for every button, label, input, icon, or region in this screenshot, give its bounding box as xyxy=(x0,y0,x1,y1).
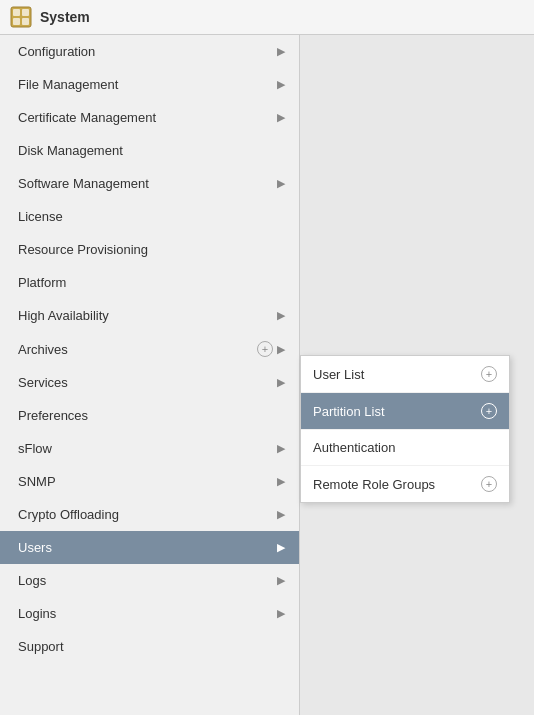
menu-item-icons-configuration: ▶ xyxy=(277,45,285,58)
menu-item-label-disk-management: Disk Management xyxy=(18,143,285,158)
menu-item-icons-sflow: ▶ xyxy=(277,442,285,455)
menu-item-logs[interactable]: Logs▶ xyxy=(0,564,299,597)
menu-item-archives[interactable]: Archives+▶ xyxy=(0,332,299,366)
menu-item-snmp[interactable]: SNMP▶ xyxy=(0,465,299,498)
header: System xyxy=(0,0,534,35)
submenu-item-partition-list[interactable]: Partition List+ xyxy=(301,393,509,430)
menu-item-icons-logins: ▶ xyxy=(277,607,285,620)
menu-item-logins[interactable]: Logins▶ xyxy=(0,597,299,630)
menu-item-label-high-availability: High Availability xyxy=(18,308,277,323)
submenu-item-label-user-list: User List xyxy=(313,367,481,382)
menu-item-label-archives: Archives xyxy=(18,342,257,357)
plus-icon-submenu-remote-role-groups[interactable]: + xyxy=(481,476,497,492)
submenu-item-label-remote-role-groups: Remote Role Groups xyxy=(313,477,481,492)
menu-item-label-services: Services xyxy=(18,375,277,390)
menu-item-label-logs: Logs xyxy=(18,573,277,588)
system-icon xyxy=(10,6,32,28)
submenu-item-user-list[interactable]: User List+ xyxy=(301,356,509,393)
menu-item-label-configuration: Configuration xyxy=(18,44,277,59)
menu-item-label-software-management: Software Management xyxy=(18,176,277,191)
submenu-item-label-partition-list: Partition List xyxy=(313,404,481,419)
arrow-icon-certificate-management: ▶ xyxy=(277,111,285,124)
menu-item-icons-services: ▶ xyxy=(277,376,285,389)
arrow-icon-users: ▶ xyxy=(277,541,285,554)
menu-item-software-management[interactable]: Software Management▶ xyxy=(0,167,299,200)
primary-menu: Configuration▶File Management▶Certificat… xyxy=(0,35,300,715)
arrow-icon-snmp: ▶ xyxy=(277,475,285,488)
submenu-item-remote-role-groups[interactable]: Remote Role Groups+ xyxy=(301,466,509,502)
menu-item-license[interactable]: License xyxy=(0,200,299,233)
menu-item-file-management[interactable]: File Management▶ xyxy=(0,68,299,101)
menu-item-label-snmp: SNMP xyxy=(18,474,277,489)
menu-item-icons-crypto-offloading: ▶ xyxy=(277,508,285,521)
arrow-icon-software-management: ▶ xyxy=(277,177,285,190)
svg-rect-1 xyxy=(13,9,20,16)
arrow-icon-high-availability: ▶ xyxy=(277,309,285,322)
menu-item-icons-certificate-management: ▶ xyxy=(277,111,285,124)
menu-item-disk-management[interactable]: Disk Management xyxy=(0,134,299,167)
svg-rect-3 xyxy=(13,18,20,25)
submenu-item-authentication[interactable]: Authentication xyxy=(301,430,509,466)
plus-icon-submenu-user-list[interactable]: + xyxy=(481,366,497,382)
menu-item-label-crypto-offloading: Crypto Offloading xyxy=(18,507,277,522)
menu-item-label-logins: Logins xyxy=(18,606,277,621)
menu-item-label-license: License xyxy=(18,209,285,224)
menu-item-resource-provisioning[interactable]: Resource Provisioning xyxy=(0,233,299,266)
menu-item-sflow[interactable]: sFlow▶ xyxy=(0,432,299,465)
arrow-icon-services: ▶ xyxy=(277,376,285,389)
arrow-icon-configuration: ▶ xyxy=(277,45,285,58)
menu-item-icons-logs: ▶ xyxy=(277,574,285,587)
menu-item-crypto-offloading[interactable]: Crypto Offloading▶ xyxy=(0,498,299,531)
arrow-icon-sflow: ▶ xyxy=(277,442,285,455)
menu-item-users[interactable]: Users▶ xyxy=(0,531,299,564)
menu-item-support[interactable]: Support xyxy=(0,630,299,663)
menu-item-services[interactable]: Services▶ xyxy=(0,366,299,399)
menu-item-icons-software-management: ▶ xyxy=(277,177,285,190)
svg-rect-4 xyxy=(22,18,29,25)
menu-item-label-resource-provisioning: Resource Provisioning xyxy=(18,242,285,257)
menu-item-label-sflow: sFlow xyxy=(18,441,277,456)
menu-item-label-platform: Platform xyxy=(18,275,285,290)
menu-item-label-file-management: File Management xyxy=(18,77,277,92)
menu-item-label-preferences: Preferences xyxy=(18,408,285,423)
plus-icon-submenu-partition-list[interactable]: + xyxy=(481,403,497,419)
menu-item-icons-high-availability: ▶ xyxy=(277,309,285,322)
arrow-icon-file-management: ▶ xyxy=(277,78,285,91)
plus-icon-archives[interactable]: + xyxy=(257,341,273,357)
arrow-icon-logs: ▶ xyxy=(277,574,285,587)
menu-item-icons-file-management: ▶ xyxy=(277,78,285,91)
menu-item-icons-users: ▶ xyxy=(277,541,285,554)
menu-item-label-users: Users xyxy=(18,540,277,555)
menu-container: Configuration▶File Management▶Certificat… xyxy=(0,35,534,715)
arrow-icon-crypto-offloading: ▶ xyxy=(277,508,285,521)
menu-item-label-certificate-management: Certificate Management xyxy=(18,110,277,125)
menu-item-platform[interactable]: Platform xyxy=(0,266,299,299)
submenu: User List+Partition List+AuthenticationR… xyxy=(300,355,510,503)
header-title: System xyxy=(40,9,90,25)
menu-item-certificate-management[interactable]: Certificate Management▶ xyxy=(0,101,299,134)
menu-item-high-availability[interactable]: High Availability▶ xyxy=(0,299,299,332)
menu-item-icons-archives: +▶ xyxy=(257,341,285,357)
menu-item-icons-snmp: ▶ xyxy=(277,475,285,488)
menu-item-preferences[interactable]: Preferences xyxy=(0,399,299,432)
arrow-icon-logins: ▶ xyxy=(277,607,285,620)
submenu-item-label-authentication: Authentication xyxy=(313,440,497,455)
menu-item-label-support: Support xyxy=(18,639,285,654)
arrow-icon-archives: ▶ xyxy=(277,343,285,356)
svg-rect-2 xyxy=(22,9,29,16)
menu-item-configuration[interactable]: Configuration▶ xyxy=(0,35,299,68)
